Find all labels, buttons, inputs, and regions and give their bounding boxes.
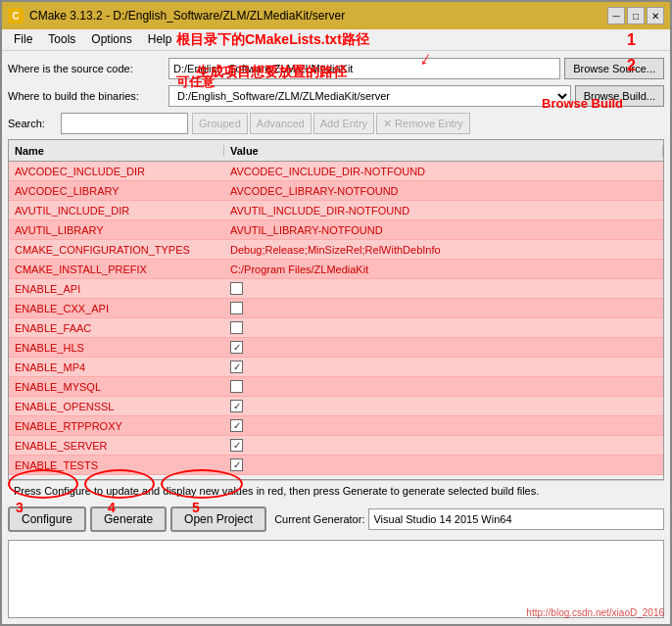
cell-name: ENABLE_RTPPROXY (9, 420, 224, 432)
generator-input[interactable] (368, 508, 664, 530)
menu-help[interactable]: Help (140, 31, 180, 48)
cell-value[interactable] (224, 439, 663, 452)
window-title: CMake 3.13.2 - D:/English_Software/ZLM/Z… (29, 9, 607, 23)
search-input[interactable] (61, 113, 188, 134)
cell-value[interactable] (224, 419, 663, 432)
table-row[interactable]: ENABLE_OPENSSL (9, 397, 663, 416)
cell-value[interactable] (224, 380, 663, 393)
table-row[interactable]: ENABLE_RTPPROXY (9, 416, 663, 436)
table-row[interactable]: ENABLE_CXX_API (9, 299, 663, 318)
action-row: Configure Generate Open Project Current … (8, 501, 664, 536)
maximize-button[interactable]: □ (627, 7, 645, 24)
table-row[interactable]: CMAKE_CONFIGURATION_TYPESDebug;Release;M… (9, 240, 663, 260)
source-label: Where is the source code: (8, 63, 165, 74)
cell-name: AVCODEC_LIBRARY (9, 185, 224, 197)
cell-name: AVUTIL_LIBRARY (9, 224, 224, 236)
menu-bar: File Tools Options Help (2, 29, 670, 51)
output-area (8, 540, 664, 618)
generate-button[interactable]: Generate (90, 506, 167, 532)
cell-value: AVUTIL_LIBRARY-NOTFOUND (224, 224, 663, 236)
status-text: Press Configure to update and display ne… (8, 480, 664, 501)
minimize-button[interactable]: ─ (607, 7, 625, 24)
configure-button[interactable]: Configure (8, 506, 86, 532)
cell-name: AVUTIL_INCLUDE_DIR (9, 205, 224, 217)
cell-value: AVCODEC_LIBRARY-NOTFOUND (224, 185, 663, 197)
cell-name: AVCODEC_INCLUDE_DIR (9, 166, 224, 177)
search-label: Search: (8, 118, 57, 129)
cell-name: ENABLE_MP4 (9, 361, 224, 373)
cell-value: AVCODEC_INCLUDE_DIR-NOTFOUND (224, 166, 663, 177)
menu-options[interactable]: Options (83, 31, 139, 48)
table-scroll[interactable]: AVCODEC_INCLUDE_DIRAVCODEC_INCLUDE_DIR-N… (9, 162, 663, 479)
checkbox[interactable] (230, 361, 243, 373)
cell-value[interactable] (224, 458, 663, 471)
cell-name: ENABLE_API (9, 283, 224, 295)
cell-name: ENABLE_MYSQL (9, 381, 224, 393)
checkbox[interactable] (230, 321, 243, 334)
cmake-table: Name Value AVCODEC_INCLUDE_DIRAVCODEC_IN… (8, 139, 664, 480)
checkbox[interactable] (230, 458, 243, 471)
table-row[interactable]: AVCODEC_LIBRARYAVCODEC_LIBRARY-NOTFOUND (9, 181, 663, 201)
menu-file[interactable]: File (6, 31, 40, 48)
open-project-button[interactable]: Open Project (170, 506, 266, 532)
table-row[interactable]: AVUTIL_INCLUDE_DIRAVUTIL_INCLUDE_DIR-NOT… (9, 201, 663, 220)
browse-source-button[interactable]: Browse Source... (564, 58, 664, 79)
cell-name: ENABLE_CXX_API (9, 303, 224, 314)
source-row: Where is the source code: Browse Source.… (8, 57, 664, 80)
window-controls: ─ □ ✕ (607, 7, 664, 24)
checkbox[interactable] (230, 419, 243, 432)
main-content: Where is the source code: Browse Source.… (2, 51, 670, 624)
table-row[interactable]: ENABLE_SERVER (9, 436, 663, 456)
table-row[interactable]: AVCODEC_INCLUDE_DIRAVCODEC_INCLUDE_DIR-N… (9, 162, 663, 181)
cell-value: Debug;Release;MinSizeRel;RelWithDebInfo (224, 244, 663, 256)
cell-name: ENABLE_SERVER (9, 440, 224, 452)
build-select[interactable]: D:/English_Software/ZLM/ZLMediaKit/serve… (168, 85, 571, 107)
grouped-button[interactable]: Grouped (192, 113, 248, 134)
checkbox[interactable] (230, 282, 243, 295)
outer-wrapper: C CMake 3.13.2 - D:/English_Software/ZLM… (0, 0, 672, 626)
window: C CMake 3.13.2 - D:/English_Software/ZLM… (0, 0, 672, 626)
source-input[interactable] (168, 58, 560, 79)
cell-name: ENABLE_OPENSSL (9, 401, 224, 412)
cell-value[interactable] (224, 282, 663, 295)
checkbox[interactable] (230, 400, 243, 412)
advanced-button[interactable]: Advanced (250, 113, 312, 134)
table-row[interactable]: ENABLE_MYSQL (9, 377, 663, 397)
table-row[interactable]: AVUTIL_LIBRARYAVUTIL_LIBRARY-NOTFOUND (9, 220, 663, 240)
table-row[interactable]: ENABLE_API (9, 279, 663, 299)
table-row[interactable]: ENABLE_FAAC (9, 318, 663, 338)
cell-value[interactable] (224, 321, 663, 334)
cell-value[interactable] (224, 341, 663, 354)
col-name: Name (9, 145, 224, 157)
cell-name: ENABLE_HLS (9, 342, 224, 354)
title-bar: C CMake 3.13.2 - D:/English_Software/ZLM… (2, 2, 670, 29)
cell-name: CMAKE_CONFIGURATION_TYPES (9, 244, 224, 256)
add-entry-button[interactable]: Add Entry (313, 113, 374, 134)
cell-value[interactable] (224, 361, 663, 373)
app-icon: C (8, 8, 24, 24)
browse-build-button[interactable]: Browse Build... (575, 85, 664, 107)
cell-name: ENABLE_FAAC (9, 322, 224, 334)
table-row[interactable]: ENABLE_MP4 (9, 358, 663, 377)
generator-label: Current Generator: (274, 513, 364, 525)
cell-value: C:/Program Files/ZLMediaKit (224, 264, 663, 275)
search-row: Search: Grouped Advanced Add Entry ✕ Rem… (8, 112, 664, 135)
table-header: Name Value (9, 140, 663, 162)
col-value: Value (224, 145, 663, 157)
cell-value[interactable] (224, 400, 663, 412)
checkbox[interactable] (230, 341, 243, 354)
cell-value[interactable] (224, 302, 663, 314)
menu-tools[interactable]: Tools (40, 31, 83, 48)
search-buttons: Grouped Advanced Add Entry ✕ Remove Entr… (192, 113, 470, 134)
table-row[interactable]: ENABLE_HLS (9, 338, 663, 358)
checkbox[interactable] (230, 380, 243, 393)
checkbox[interactable] (230, 439, 243, 452)
table-row[interactable]: ENABLE_TESTS (9, 456, 663, 475)
build-label: Where to build the binaries: (8, 90, 165, 102)
close-button[interactable]: ✕ (647, 7, 664, 24)
remove-entry-button: ✕ Remove Entry (376, 113, 470, 134)
build-row: Where to build the binaries: D:/English_… (8, 84, 664, 108)
checkbox[interactable] (230, 302, 243, 314)
cell-name: ENABLE_TESTS (9, 459, 224, 471)
table-row[interactable]: CMAKE_INSTALL_PREFIXC:/Program Files/ZLM… (9, 260, 663, 279)
